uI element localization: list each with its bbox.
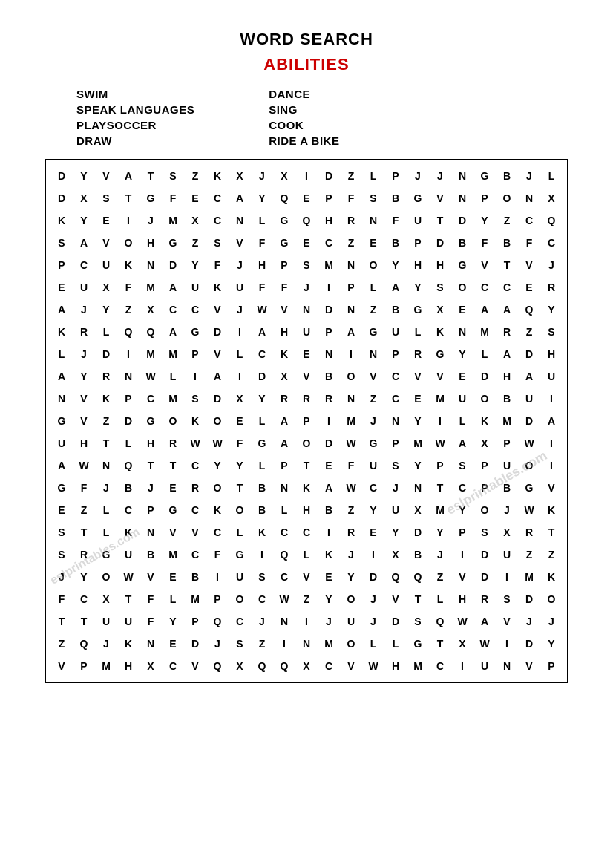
grid-row: NVKPCMSDXYRRRNZCEMUOBUI [50,388,563,410]
grid-cell: U [362,454,384,477]
grid-cell: X [229,388,251,410]
grid-cell: S [473,521,496,544]
grid-cell: W [117,566,140,588]
grid-cell: Z [251,633,273,655]
grid-cell: E [518,276,540,298]
grid-cell: C [273,566,295,588]
grid-cell: J [518,610,540,633]
grid-cell: P [451,521,473,544]
grid-cell: A [50,298,73,321]
grid-cell: S [50,544,73,566]
grid-cell: M [140,343,162,365]
grid-cell: C [206,521,229,544]
grid-cell: A [496,298,518,321]
grid-cell: H [117,655,140,677]
grid-cell: E [162,477,184,499]
grid-cell: S [295,254,318,276]
grid-cell: E [318,454,340,477]
grid-row: KRLQQAGDIAHUPAGULKNMRZS [50,321,563,343]
grid-cell: U [384,321,407,343]
grid-cell: F [206,254,229,276]
grid-cell: F [384,209,407,232]
grid-cell: M [162,343,184,365]
grid-cell: I [229,365,251,388]
grid-cell: Z [73,499,95,521]
grid-cell: F [518,232,540,254]
grid-cell: C [429,655,451,677]
grid-cell: Z [362,388,384,410]
grid-row: DXSTGFECAYQEPFSBGVNPONX [50,187,563,209]
grid-cell: S [50,232,73,254]
grid-cell: E [407,388,429,410]
grid-cell: I [496,633,518,655]
grid-cell: I [540,454,563,477]
grid-cell: D [518,343,540,365]
grid-cell: A [273,410,295,432]
word-item: DANCE [269,88,339,100]
grid-cell: Y [73,209,95,232]
grid-cell: E [295,232,318,254]
grid-cell: J [206,633,229,655]
grid-cell: Y [251,187,273,209]
grid-cell: D [50,187,73,209]
grid-cell: C [496,276,518,298]
grid-cell: I [540,388,563,410]
grid-cell: G [473,165,496,187]
grid-cell: V [95,165,117,187]
grid-cell: N [407,477,429,499]
grid-cell: X [140,655,162,677]
grid-cell: D [473,365,496,388]
grid-cell: Q [117,321,140,343]
grid-cell: G [518,477,540,499]
grid-cell: A [251,321,273,343]
grid-row: SRGUBMCFGIQLKJIXBJIDUZZ [50,544,563,566]
grid-cell: I [229,321,251,343]
grid-cell: D [50,165,73,187]
grid-cell: P [184,343,206,365]
grid-cell: P [540,655,563,677]
grid-cell: J [73,298,95,321]
grid-cell: W [451,610,473,633]
grid-cell: Y [251,388,273,410]
grid-cell: X [407,499,429,521]
grid-cell: C [362,477,384,499]
grid-cell: T [496,254,518,276]
grid-cell: L [251,454,273,477]
grid-cell: H [140,232,162,254]
grid-cell: Z [518,544,540,566]
grid-cell: U [384,499,407,521]
grid-row: LJDIMMPVLCKENINPRGYLADH [50,343,563,365]
grid-cell: V [429,187,451,209]
grid-row: AWNQTTCYYLPTEFUSYPSPUOI [50,454,563,477]
grid-cell: V [229,232,251,254]
grid-cell: P [273,254,295,276]
grid-cell: J [140,209,162,232]
grid-cell: G [229,544,251,566]
grid-cell: X [295,655,318,677]
grid-cell: J [362,610,384,633]
grid-cell: F [162,187,184,209]
grid-cell: I [117,343,140,365]
grid-cell: A [206,365,229,388]
grid-cell: Z [340,165,362,187]
grid-cell: P [340,276,362,298]
grid-cell: O [540,588,563,610]
grid-cell: G [140,410,162,432]
grid-cell: K [251,521,273,544]
grid-cell: N [95,454,117,477]
grid-cell: M [429,388,451,410]
grid-cell: J [362,410,384,432]
grid-cell: G [451,254,473,276]
page-title: WORD SEARCH [240,30,373,49]
grid-cell: H [295,499,318,521]
grid-cell: Q [429,610,451,633]
grid-cell: K [117,254,140,276]
grid-cell: X [540,187,563,209]
grid-cell: B [318,365,340,388]
grid-cell: I [496,566,518,588]
grid-cell: I [318,410,340,432]
grid-cell: R [340,209,362,232]
grid-row: PCUKNDYFJHPSMNOYHHGVTVJ [50,254,563,276]
grid-cell: N [362,343,384,365]
grid-cell: A [473,610,496,633]
